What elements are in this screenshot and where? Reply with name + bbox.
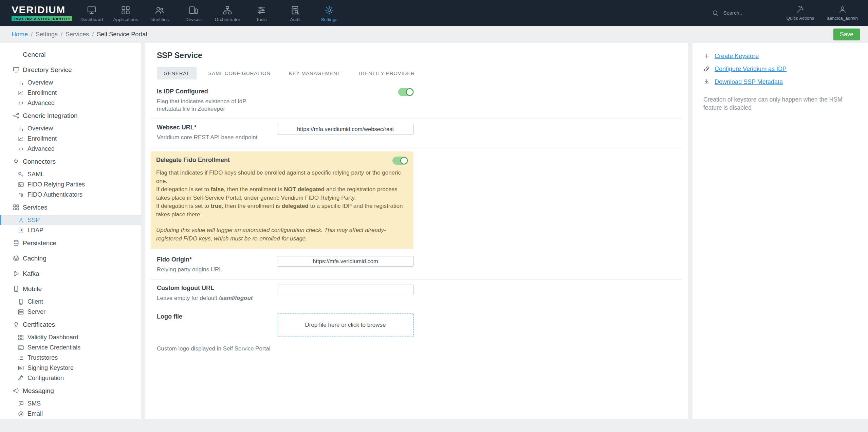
kafka-icon	[12, 270, 20, 277]
sidebar-item-saml[interactable]: SAML	[0, 169, 141, 179]
applications-icon	[121, 5, 131, 15]
logo-tagline: TRUSTED DIGITAL IDENTITY	[12, 16, 72, 21]
sidebar-item-fido-relying-parties[interactable]: FIDO Relying Parties	[0, 179, 141, 190]
sidebar-item-messaging[interactable]: Messaging	[0, 383, 141, 398]
websec-url-input[interactable]	[277, 124, 414, 134]
user-menu[interactable]: aencica_admin	[827, 5, 858, 21]
identities-icon	[154, 5, 165, 15]
sidebar-item-overview[interactable]: Overview	[0, 123, 141, 133]
sidebar-item-directory-service[interactable]: Directory Service	[0, 62, 141, 77]
custom-logout-url-input[interactable]	[277, 285, 414, 295]
breadcrumb-separator: /	[92, 31, 94, 38]
nav-item-orchestrator[interactable]: Orchestrator	[210, 4, 244, 22]
sidebar-item-service-credentials[interactable]: Service Credentials	[0, 342, 141, 353]
action-link[interactable]: Download SSP Metadata	[715, 78, 783, 86]
sidebar-item-overview[interactable]: Overview	[0, 77, 141, 88]
sidebar-item-connectors[interactable]: Connectors	[0, 154, 141, 169]
sidebar-item-label: Enrollment	[27, 89, 57, 96]
tab-identity-provider[interactable]: IDENTITY PROVIDER	[352, 67, 422, 79]
plus-icon	[703, 53, 710, 59]
delegate-fido-toggle[interactable]	[392, 157, 408, 165]
field-label: Logo file	[157, 313, 269, 320]
save-button[interactable]: Save	[833, 29, 860, 40]
sidebar-item-label: Client	[27, 298, 43, 305]
is-idp-configured-toggle[interactable]	[398, 88, 414, 96]
sidebar-item-label: Enrollment	[27, 135, 57, 142]
sidebar-item-advanced[interactable]: Advanced	[0, 144, 141, 154]
search-input[interactable]	[722, 8, 773, 17]
sidebar-item-enrollment[interactable]: Enrollment	[0, 133, 141, 144]
action-download-ssp-metadata[interactable]: Download SSP Metadata	[703, 77, 856, 87]
breadcrumb-separator: /	[61, 31, 62, 38]
quick-actions-button[interactable]: Quick Actions	[786, 5, 814, 21]
bar-chart-icon	[17, 79, 24, 86]
sidebar-item-email[interactable]: Email	[0, 409, 141, 419]
sidebar-item-client[interactable]: Client	[0, 296, 141, 307]
action-create-keystore[interactable]: Create Keystore	[703, 51, 856, 61]
nav-item-applications[interactable]: Applications	[109, 4, 143, 22]
sidebar-item-label: Server	[27, 308, 45, 316]
sidebar-item-certificates[interactable]: Certificates	[0, 317, 141, 332]
sidebar-item-persistence[interactable]: Persistence	[0, 235, 141, 251]
sidebar-item-truststores[interactable]: Truststores	[0, 353, 141, 363]
sidebar-item-advanced[interactable]: Advanced	[0, 98, 141, 108]
nav-item-devices[interactable]: Devices	[177, 4, 210, 22]
tab-general[interactable]: GENERAL	[157, 67, 197, 79]
field-description: Relying party origins URL	[157, 266, 269, 273]
sidebar-item-mobile[interactable]: Mobile	[0, 281, 141, 296]
search-icon[interactable]	[712, 9, 720, 17]
server-icon	[17, 308, 24, 316]
nav-item-label: Orchestrator	[215, 17, 240, 22]
nav-item-identities[interactable]: Identities	[143, 4, 177, 22]
sidebar-item-caching[interactable]: Caching	[0, 251, 141, 266]
breadcrumb-settings[interactable]: Settings	[36, 31, 58, 38]
fido-origin-input[interactable]	[277, 256, 414, 267]
sidebar-item-enrollment[interactable]: Enrollment	[0, 88, 141, 98]
quick-actions-label: Quick Actions	[786, 16, 814, 21]
field-description: Veridium core REST API base endpoint	[157, 134, 269, 141]
sidebar-item-kafka[interactable]: Kafka	[0, 266, 141, 281]
layers-icon	[12, 255, 20, 262]
action-configure-veridium-as-idp[interactable]: Configure Veridium as IDP	[703, 64, 856, 74]
field-websec-url: Websec URL* Veridium core REST API base …	[151, 119, 682, 147]
sidebar-item-sms[interactable]: SMS	[0, 398, 141, 409]
sidebar-item-ldap[interactable]: LDAP	[0, 225, 141, 235]
sidebar-item-label: FIDO Relying Parties	[27, 181, 85, 188]
dashboard-icon	[87, 5, 97, 15]
nav-item-label: Tools	[256, 17, 267, 22]
sidebar-item-label: Directory Service	[23, 66, 72, 74]
stats-icon	[17, 135, 24, 142]
sidebar-item-signing-keystore[interactable]: Signing Keystore	[0, 363, 141, 373]
bar-chart-icon	[17, 125, 24, 132]
page-title: SSP Service	[151, 43, 682, 60]
sidebar-item-label: Truststores	[27, 354, 58, 361]
sidebar-item-label: SAML	[27, 171, 44, 178]
breadcrumb-home[interactable]: Home	[12, 31, 28, 38]
action-link[interactable]: Configure Veridium as IDP	[715, 66, 787, 73]
sidebar-item-services[interactable]: Services	[0, 200, 141, 215]
veridium-logo[interactable]: VERIDIUM TRUSTED DIGITAL IDENTITY	[12, 5, 73, 21]
nav-item-label: Devices	[185, 17, 202, 22]
logo-dropzone[interactable]: Drop file here or click to browse	[277, 313, 414, 337]
download-icon	[703, 78, 710, 85]
sidebar-item-ssp[interactable]: SSP	[0, 215, 141, 225]
sidebar-item-label: LDAP	[27, 227, 43, 234]
breadcrumb-services[interactable]: Services	[66, 31, 89, 38]
nav-item-settings[interactable]: Settings	[312, 4, 346, 22]
sidebar-item-configuration[interactable]: Configuration	[0, 373, 141, 383]
field-fido-origin: Fido Origin* Relying party origins URL	[151, 251, 682, 279]
key-icon	[17, 170, 24, 178]
sidebar-item-general[interactable]: General	[0, 47, 141, 62]
sidebar-item-validity-dashboard[interactable]: Validity Dashboard	[0, 332, 141, 342]
nav-item-tools[interactable]: Tools	[244, 4, 278, 22]
integration-icon	[12, 112, 20, 120]
quick-actions-icon	[796, 5, 805, 14]
sidebar-item-generic-integration[interactable]: Generic Integration	[0, 108, 141, 123]
sidebar-item-fido-authenticators[interactable]: FIDO Authenticators	[0, 190, 141, 200]
action-link[interactable]: Create Keystore	[715, 53, 759, 60]
tab-key-management[interactable]: KEY MANAGEMENT	[282, 67, 348, 79]
tab-saml-configuration[interactable]: SAML CONFIGURATION	[201, 67, 277, 79]
nav-item-dashboard[interactable]: Dashboard	[75, 4, 109, 22]
sidebar-item-server[interactable]: Server	[0, 307, 141, 317]
nav-item-audit[interactable]: Audit	[278, 4, 312, 22]
